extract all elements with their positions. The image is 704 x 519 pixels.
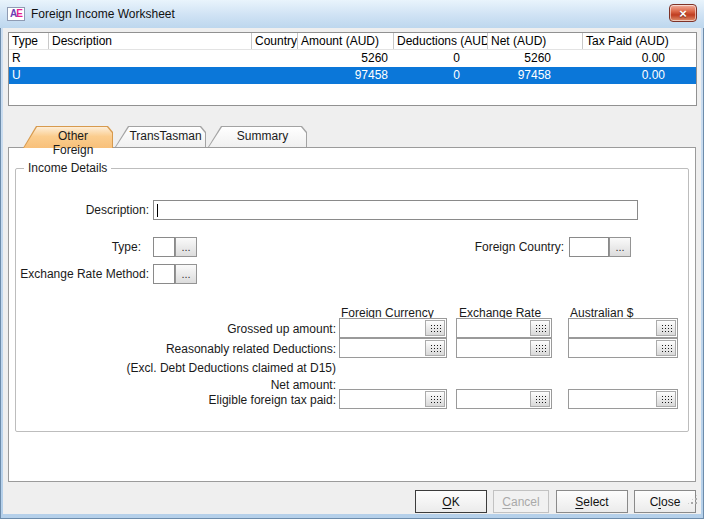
dot-grid-icon: [535, 395, 546, 403]
grid-lookup-button[interactable]: [425, 391, 445, 407]
grid-lookup-button[interactable]: [530, 391, 550, 407]
foreign-country-label: Foreign Country:: [364, 237, 564, 257]
ellipsis-icon: ...: [181, 268, 190, 280]
dot-grid-icon: [535, 344, 546, 352]
reasonably-related-deductions-exchange-rate-input[interactable]: [456, 338, 552, 358]
cancel-button: Cancel: [493, 490, 549, 513]
foreign-country-lookup-button[interactable]: ...: [609, 237, 631, 257]
table-cell: 5260: [297, 50, 393, 67]
dot-grid-icon: [430, 395, 441, 403]
column-header-description[interactable]: Description: [48, 33, 251, 49]
eligible-foreign-tax-paid-label: Eligible foreign tax paid:: [16, 390, 336, 410]
ellipsis-icon: ...: [615, 241, 624, 253]
table-cell: [251, 50, 297, 67]
table-cell: 0.00: [582, 67, 696, 84]
tab-label: Other Foreign: [37, 129, 109, 157]
grossed-up-amount-australian-dollar-input[interactable]: [568, 318, 678, 338]
exchange-rate-method-lookup-button[interactable]: ...: [175, 264, 197, 284]
grid-lookup-button[interactable]: [425, 320, 445, 336]
table-cell: [251, 67, 297, 84]
dialog-client-area: TypeDescriptionCountryAmount (AUD)Deduct…: [3, 28, 701, 514]
column-header-net-aud[interactable]: Net (AUD): [487, 33, 582, 49]
grossed-up-amount-foreign-currency-input[interactable]: [339, 318, 447, 338]
description-input[interactable]: [153, 200, 638, 220]
column-header-type[interactable]: Type: [9, 33, 48, 49]
grid-lookup-button[interactable]: [656, 320, 676, 336]
other-foreign-tab-panel: Income Details Description: Type: ... Fo…: [8, 147, 696, 482]
window-title: Foreign Income Worksheet: [31, 7, 175, 21]
titlebar[interactable]: AE Foreign Income Worksheet ×: [0, 0, 704, 28]
eligible-foreign-tax-paid-australian-dollar-input[interactable]: [568, 389, 678, 409]
column-header-deductions-aud[interactable]: Deductions (AUD): [393, 33, 487, 49]
groupbox-legend: Income Details: [24, 161, 111, 175]
close-button[interactable]: Close: [634, 490, 696, 513]
table-row[interactable]: U974580974580.00: [9, 67, 696, 84]
column-header-country[interactable]: Country: [251, 33, 297, 49]
exchange-rate-method-input[interactable]: [153, 264, 175, 284]
table-cell: 0: [393, 50, 487, 67]
ellipsis-icon: ...: [181, 241, 190, 253]
eligible-foreign-tax-paid-exchange-rate-input[interactable]: [456, 389, 552, 409]
table-cell: 0.00: [582, 50, 696, 67]
dot-grid-icon: [661, 395, 672, 403]
table-cell: 97458: [297, 67, 393, 84]
table-cell: [48, 50, 251, 67]
list-header: TypeDescriptionCountryAmount (AUD)Deduct…: [9, 33, 696, 50]
grossed-up-amount-exchange-rate-input[interactable]: [456, 318, 552, 338]
dot-grid-icon: [430, 324, 441, 332]
grid-lookup-button[interactable]: [530, 320, 550, 336]
dot-grid-icon: [430, 344, 441, 352]
close-button[interactable]: ×: [669, 4, 697, 22]
grossed-up-amount-label: Grossed up amount:: [16, 319, 336, 339]
grid-lookup-button[interactable]: [425, 340, 445, 356]
table-cell: 5260: [487, 50, 582, 67]
table-cell: [48, 67, 251, 84]
ae-icon-letter-e: E: [16, 8, 22, 19]
reasonably-related-deductions-foreign-currency-input[interactable]: [339, 338, 447, 358]
reasonably-related-deductions-australian-dollar-input[interactable]: [568, 338, 678, 358]
dot-grid-icon: [661, 344, 672, 352]
tab-other-foreign[interactable]: Other Foreign: [23, 126, 113, 148]
ok-button[interactable]: OK: [415, 490, 487, 513]
income-details-groupbox: Income Details Description: Type: ... Fo…: [15, 168, 689, 432]
dot-grid-icon: [535, 324, 546, 332]
type-lookup-button[interactable]: ...: [175, 237, 197, 257]
grid-lookup-button[interactable]: [530, 340, 550, 356]
tab-label: Summary: [222, 129, 303, 143]
table-cell: R: [9, 50, 48, 67]
exchange-rate-method-label: Exchange Rate Method:: [16, 264, 149, 284]
tab-transtasman[interactable]: TransTasman: [115, 126, 206, 147]
select-button[interactable]: Select: [556, 490, 628, 513]
table-row[interactable]: R5260052600.00: [9, 50, 696, 67]
foreign-income-worksheet-dialog: AE Foreign Income Worksheet × TypeDescri…: [0, 0, 704, 519]
grid-lookup-button[interactable]: [656, 391, 676, 407]
tab-label: TransTasman: [129, 129, 202, 143]
foreign-income-list: TypeDescriptionCountryAmount (AUD)Deduct…: [8, 32, 697, 106]
eligible-foreign-tax-paid-foreign-currency-input[interactable]: [339, 389, 447, 409]
text-caret: [157, 204, 158, 217]
type-input[interactable]: [153, 237, 175, 257]
description-label: Description:: [16, 200, 149, 220]
table-cell: U: [9, 67, 48, 84]
table-cell: 0: [393, 67, 487, 84]
ae-app-icon: AE: [7, 7, 25, 21]
foreign-country-input[interactable]: [569, 237, 609, 257]
reasonably-related-deductions-label: Reasonably related Deductions:: [16, 339, 336, 359]
column-header-tax-paid-aud[interactable]: Tax Paid (AUD): [582, 33, 696, 49]
list-rows: R5260052600.00U974580974580.00: [9, 50, 696, 84]
close-icon: ×: [679, 7, 687, 20]
tab-summary[interactable]: Summary: [208, 126, 307, 147]
type-label: Type:: [16, 237, 141, 257]
dot-grid-icon: [661, 324, 672, 332]
grid-lookup-button[interactable]: [656, 340, 676, 356]
table-cell: 97458: [487, 67, 582, 84]
column-header-amount-aud[interactable]: Amount (AUD): [297, 33, 393, 49]
